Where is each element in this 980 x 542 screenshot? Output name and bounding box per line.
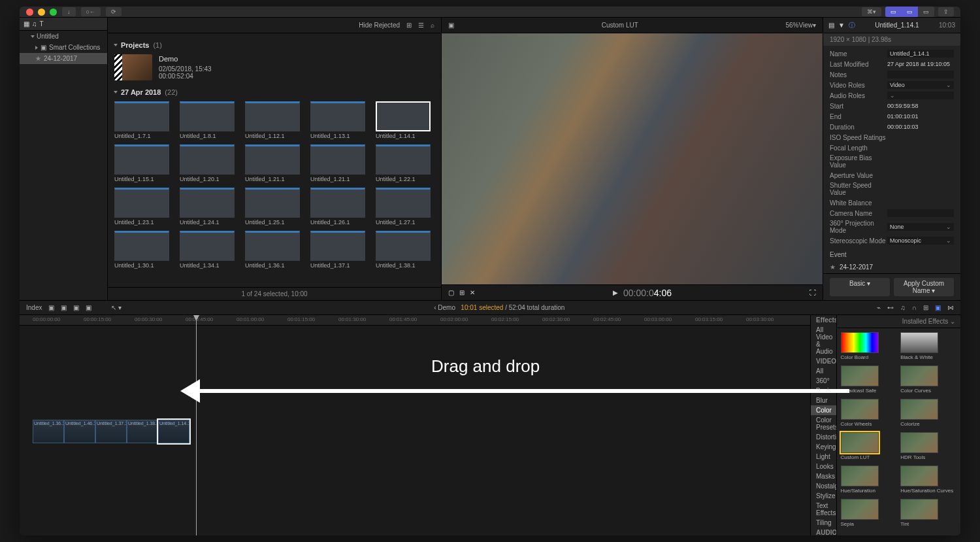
clip-item[interactable]: Untitled_1.26.1: [310, 188, 365, 226]
viewer-tool-1[interactable]: ▢: [448, 289, 454, 296]
clip-item[interactable]: Untitled_1.34.1: [180, 231, 235, 269]
workspace-2[interactable]: ▭: [902, 7, 918, 17]
photos-icon[interactable]: ♫: [32, 20, 37, 27]
inspector-event[interactable]: ★ 24-12-2017: [823, 261, 960, 273]
effect-item[interactable]: Tint: [900, 499, 956, 527]
import-button[interactable]: ↓: [62, 7, 76, 16]
timeline-clip[interactable]: Untitled_1.46.1: [64, 420, 95, 443]
clip-item[interactable]: Untitled_1.37.1: [310, 231, 365, 269]
clip-item[interactable]: Untitled_1.12.1: [245, 101, 300, 139]
clip-item[interactable]: Untitled_1.13.1: [310, 101, 365, 139]
clip-item[interactable]: Untitled_1.24.1: [180, 188, 235, 226]
inspector-tab-info[interactable]: ⓘ: [849, 21, 855, 30]
project-item[interactable]: Demo 02/05/2018, 15:43 00:00:52:04: [114, 54, 434, 80]
library-item[interactable]: Untitled: [20, 31, 107, 42]
workspace-3[interactable]: ▭: [918, 7, 934, 17]
clip-item[interactable]: Untitled_1.7.1: [114, 101, 169, 139]
index-button[interactable]: Index: [26, 304, 42, 311]
effect-item[interactable]: Broadcast Safe: [841, 365, 897, 394]
play-button[interactable]: ▶: [613, 289, 618, 296]
effects-category[interactable]: Looks: [811, 462, 836, 471]
search-icon[interactable]: ⌕: [431, 22, 434, 29]
inspector-field-value[interactable]: [887, 209, 954, 217]
maximize-button[interactable]: [50, 8, 57, 16]
timeline-clip[interactable]: Untitled_1.38.1: [127, 420, 158, 443]
effects-browser-button[interactable]: ▣: [935, 304, 941, 311]
clip-item[interactable]: Untitled_1.21.1: [245, 144, 300, 182]
transitions-browser-button[interactable]: ⋈: [947, 304, 954, 311]
clip-item[interactable]: Untitled_1.27.1: [376, 188, 431, 226]
basic-view-button[interactable]: Basic ▾: [830, 278, 890, 296]
effect-item[interactable]: Color Curves: [900, 365, 956, 394]
effect-item[interactable]: Black & White: [900, 332, 956, 360]
effect-item[interactable]: Custom LUT: [841, 432, 897, 460]
inspector-field-value[interactable]: Untitled_1.14.1: [887, 50, 954, 58]
effects-category[interactable]: Color Presets: [811, 415, 836, 432]
clip-item[interactable]: Untitled_1.23.1: [114, 188, 169, 226]
timeline-tool-4[interactable]: ▣: [86, 304, 91, 311]
tool-button[interactable]: ○←: [81, 7, 101, 16]
viewer-tool-2[interactable]: ⊞: [459, 289, 465, 296]
effect-item[interactable]: Hue/Saturation Curves: [900, 466, 956, 494]
inspector-field-value[interactable]: [887, 92, 954, 99]
library-toggle[interactable]: ⌘▾: [862, 7, 881, 16]
viewer-tool-3[interactable]: ✕: [470, 289, 475, 296]
inspector-field-value[interactable]: Video: [887, 81, 954, 89]
effects-category[interactable]: Blur: [811, 396, 836, 405]
audio-skimming-button[interactable]: ♫: [900, 304, 906, 311]
clip-item[interactable]: Untitled_1.14.1: [376, 101, 431, 139]
solo-button[interactable]: ∩: [912, 304, 917, 311]
viewer-canvas[interactable]: [442, 33, 823, 284]
select-tool[interactable]: ↖ ▾: [111, 304, 122, 311]
timeline-tool-2[interactable]: ▣: [61, 304, 67, 311]
clip-item[interactable]: Untitled_1.36.1: [245, 231, 300, 269]
timeline-tool-3[interactable]: ▣: [73, 304, 79, 311]
effects-category[interactable]: Basics: [811, 386, 836, 396]
effects-category[interactable]: Text Effects: [811, 501, 836, 518]
effect-item[interactable]: Hue/Saturation: [841, 466, 897, 494]
timeline-ruler[interactable]: 00:00:00:0000:00:15:0000:00:30:0000:00:4…: [20, 315, 810, 326]
inspector-field-value[interactable]: None: [887, 223, 954, 231]
clip-item[interactable]: Untitled_1.8.1: [180, 101, 235, 139]
effects-category[interactable]: All Video & Audio: [811, 325, 836, 356]
effect-item[interactable]: Colorize: [900, 399, 956, 427]
event-section-header[interactable]: 27 Apr 2018 (22): [114, 88, 434, 96]
effects-category[interactable]: Keying: [811, 442, 836, 452]
snapping-button[interactable]: ⌁: [877, 304, 881, 311]
clip-item[interactable]: Untitled_1.30.1: [114, 231, 169, 269]
share-button[interactable]: ⇪: [938, 7, 954, 16]
timeline-tool-1[interactable]: ▣: [48, 304, 54, 311]
fullscreen-button[interactable]: ⛶: [809, 289, 816, 296]
effects-category[interactable]: Stylize: [811, 491, 836, 501]
apply-custom-name-button[interactable]: Apply Custom Name ▾: [894, 278, 954, 296]
hide-rejected-toggle[interactable]: Hide Rejected: [359, 22, 400, 29]
background-tasks-button[interactable]: ⟳: [106, 7, 122, 16]
effects-category[interactable]: Color: [811, 405, 836, 415]
clip-item[interactable]: Untitled_1.22.1: [376, 144, 431, 182]
titles-icon[interactable]: T: [40, 20, 44, 27]
event-item[interactable]: ★ 24-12-2017: [20, 53, 107, 64]
clip-appearance-button[interactable]: ⊞: [406, 22, 412, 29]
timeline-settings-button[interactable]: ⊞: [923, 304, 928, 311]
clip-item[interactable]: Untitled_1.20.1: [180, 144, 235, 182]
filter-button[interactable]: ☰: [418, 22, 424, 29]
clip-item[interactable]: Untitled_1.21.1: [310, 144, 365, 182]
view-menu[interactable]: View: [799, 22, 813, 29]
view-dropdown-icon[interactable]: ▾: [813, 22, 816, 29]
inspector-tab-2[interactable]: ▼: [838, 22, 845, 29]
effects-category[interactable]: Distortion: [811, 432, 836, 442]
effect-item[interactable]: Color Board: [841, 332, 897, 360]
library-icon[interactable]: ▦: [24, 20, 29, 27]
clip-item[interactable]: Untitled_1.38.1: [376, 231, 431, 269]
effects-category[interactable]: Light: [811, 452, 836, 462]
workspace-segments[interactable]: ▭ ▭ ▭: [885, 7, 934, 17]
workspace-1[interactable]: ▭: [885, 7, 902, 17]
effect-item[interactable]: Color Wheels: [841, 399, 897, 427]
zoom-level[interactable]: 56%: [785, 22, 798, 29]
close-button[interactable]: [26, 8, 33, 16]
effects-category[interactable]: Nostalgia: [811, 481, 836, 491]
smart-collections-item[interactable]: ▣ Smart Collections: [20, 42, 107, 53]
inspector-field-value[interactable]: [887, 71, 954, 78]
timeline-back-button[interactable]: ‹: [434, 304, 436, 311]
inspector-tab-1[interactable]: ▤: [828, 22, 834, 29]
